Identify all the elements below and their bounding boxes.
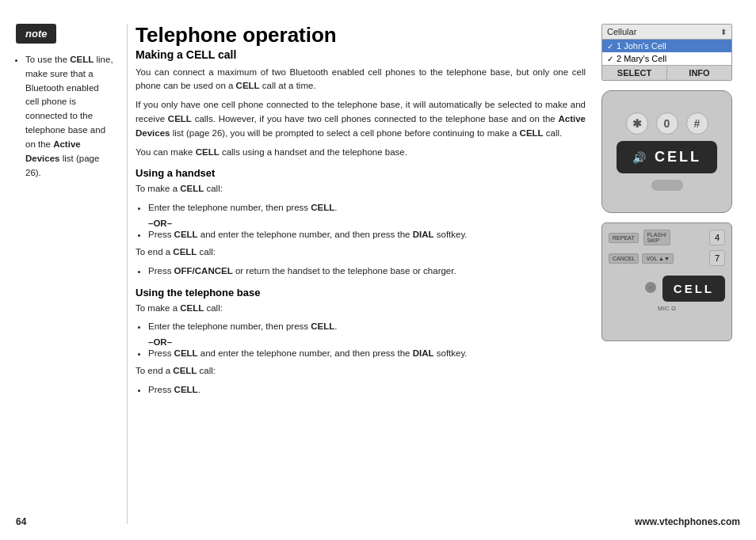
- body-para2: If you only have one cell phone connecte…: [136, 98, 586, 140]
- base-intro: To make a CELL call:: [136, 302, 586, 316]
- cellular-dropdown-icon[interactable]: ⬍: [720, 28, 727, 36]
- base-or: –OR–: [148, 337, 586, 347]
- main-content: Telephone operation Making a CELL call Y…: [127, 24, 594, 524]
- cellular-item-1-label: 1 John's Cell: [617, 41, 666, 51]
- page-container: note To use the CELL line, make sure tha…: [0, 0, 756, 540]
- right-panel: Cellular ⬍ ✓ 1 John's Cell ✓ 2 Mary's Ce…: [594, 24, 740, 524]
- base-bullets: Enter the telephone number, then press C…: [148, 320, 586, 334]
- repeat-btn: REPEAT: [609, 233, 639, 243]
- info-button[interactable]: INFO: [667, 66, 731, 80]
- note-label: note: [16, 24, 56, 44]
- page-title: Telephone operation: [136, 24, 586, 47]
- handset-bottom-bar: [651, 180, 683, 191]
- base-bullets2: Press CELL and enter the telephone numbe…: [148, 347, 586, 361]
- sidebar: note To use the CELL line, make sure tha…: [16, 24, 127, 524]
- base-bullet2: Press CELL and enter the telephone numbe…: [148, 347, 586, 361]
- zero-key: 0: [656, 112, 678, 135]
- cell-button-base: CELL: [662, 276, 725, 302]
- handset-end-bullet: Press OFF/CANCEL or return the handset t…: [148, 264, 586, 279]
- cell-button-handset: 🔊 CELL: [617, 141, 717, 173]
- minus-icon: −: [645, 282, 656, 293]
- handset-end-bullets: Press OFF/CANCEL or return the handset t…: [148, 264, 586, 279]
- base-middle-row: CANCEL VOL ▲▼ 7: [609, 250, 725, 266]
- base-bullet1: Enter the telephone number, then press C…: [148, 320, 586, 334]
- mic-label: MIC Ω: [658, 305, 676, 312]
- base-end-intro: To end a CELL call:: [136, 364, 586, 378]
- cellular-item-2[interactable]: ✓ 2 Mary's Cell: [602, 52, 731, 65]
- base-device-image: REPEAT FLASH/SKIP 4 CANCEL VOL ▲▼ 7 − CE…: [601, 222, 732, 341]
- base-end-bullet: Press CELL.: [148, 383, 586, 397]
- section-heading: Making a CELL call: [136, 48, 586, 61]
- sidebar-text: To use the CELL line, make sure that a B…: [16, 53, 115, 183]
- checkmark-icon-2: ✓: [607, 55, 613, 63]
- base-end-bullets: Press CELL.: [148, 383, 586, 397]
- handset-device-image: ✱ 0 # 🔊 CELL: [601, 90, 732, 213]
- handset-end-intro: To end a CELL call:: [136, 245, 586, 260]
- select-button[interactable]: SELECT: [602, 66, 667, 80]
- cellular-buttons: SELECT INFO: [602, 65, 731, 80]
- base-top-buttons: REPEAT FLASH/SKIP 4: [609, 230, 725, 245]
- handset-or: –OR–: [148, 219, 586, 228]
- base-heading: Using the telephone base: [136, 287, 586, 299]
- star-key: ✱: [626, 112, 648, 135]
- cellular-item-1[interactable]: ✓ 1 John's Cell: [602, 40, 731, 52]
- base-cell-row: − CELL: [609, 272, 725, 302]
- checkmark-icon-1: ✓: [607, 42, 613, 51]
- handset-bullet2: Press CELL and enter the telephone numbe…: [148, 228, 586, 242]
- website: www.vtechphones.com: [635, 516, 740, 527]
- handset-bullets2: Press CELL and enter the telephone numbe…: [148, 228, 586, 242]
- cellular-widget: Cellular ⬍ ✓ 1 John's Cell ✓ 2 Mary's Ce…: [601, 24, 732, 81]
- cellular-item-2-label: 2 Mary's Cell: [617, 54, 666, 63]
- page-number: 64: [16, 516, 26, 527]
- hash-key: #: [686, 112, 708, 135]
- handset-heading: Using a handset: [136, 167, 586, 179]
- speaker-icon: 🔊: [632, 151, 648, 164]
- number-4-btn: 4: [709, 230, 725, 245]
- body-para1: You can connect a maximum of two Bluetoo…: [136, 66, 586, 94]
- cellular-header-text: Cellular: [607, 27, 636, 36]
- vol-btn: VOL ▲▼: [642, 253, 674, 264]
- cancel-btn: CANCEL: [609, 253, 639, 264]
- handset-key-row: ✱ 0 #: [626, 112, 708, 135]
- handset-intro: To make a CELL call:: [136, 182, 586, 196]
- footer: 64 www.vtechphones.com: [16, 516, 740, 527]
- cellular-header: Cellular ⬍: [602, 25, 731, 40]
- body-para3: You can make CELL calls using a handset …: [136, 146, 586, 160]
- sidebar-bullet: To use the CELL line, make sure that a B…: [25, 53, 115, 180]
- cell-label-handset: CELL: [655, 149, 701, 165]
- number-7-btn: 7: [709, 250, 725, 266]
- handset-bullet1: Enter the telephone number, then press C…: [148, 201, 586, 215]
- handset-bullets: Enter the telephone number, then press C…: [148, 201, 586, 215]
- flash-skip-btn: FLASH/SKIP: [643, 230, 671, 245]
